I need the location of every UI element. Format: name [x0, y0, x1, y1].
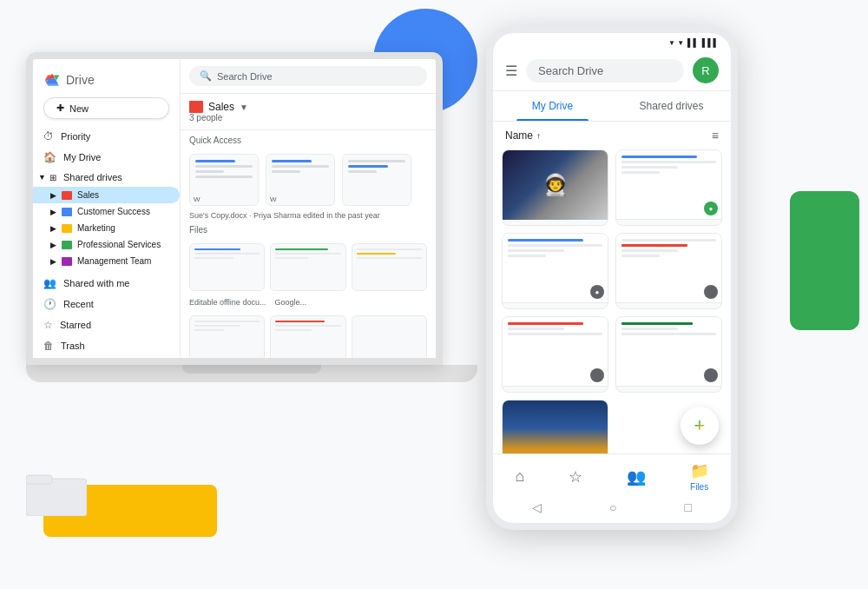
file-task-details[interactable]: ● W Task details ⋮ [502, 233, 608, 309]
nav-starred[interactable]: ☆ [569, 467, 582, 486]
new-button-label: New [69, 103, 89, 114]
trash-label: Trash [61, 341, 85, 351]
quick-file-1[interactable]: W [189, 154, 259, 206]
nav-shared[interactable]: 👥 [627, 467, 646, 486]
sidebar-item-priority[interactable]: ⏱ Priority [33, 126, 180, 147]
hamburger-icon[interactable]: ☰ [505, 63, 517, 79]
doc-line [194, 325, 240, 327]
thumb-line [195, 160, 235, 162]
sidebar-sub-professional[interactable]: ▶ Professional Services [33, 236, 180, 253]
file-info-worklist: X Work List_01 ⋮ [616, 387, 721, 393]
file-info-mydoc: P My Document ⋮ [503, 387, 608, 393]
user-avatar[interactable]: R [693, 57, 719, 83]
file-name-astronaut: astronaut.jpg [520, 225, 575, 226]
excel-icon: X [623, 392, 634, 393]
sidebar-item-trash[interactable]: 🗑 Trash [33, 335, 180, 356]
quick-file-1-name: W [194, 195, 201, 203]
laptop-hinge [182, 365, 321, 374]
task-avatar-icon: ● [595, 288, 600, 296]
files-nav-label: Files [690, 482, 708, 492]
file-card-1[interactable] [189, 243, 265, 291]
file-name-major: Major opportu... [638, 307, 703, 309]
bg-green-decoration [790, 191, 859, 330]
gesture-bar: ◁ ○ □ [493, 495, 731, 520]
phone-search-input[interactable]: Search Drive [526, 59, 684, 83]
quick-access-files: W W [181, 150, 436, 209]
file-name-gantt: Gantt chart [636, 225, 683, 226]
recent-label: Recent [63, 299, 94, 309]
file-my-document[interactable]: P My Document ⋮ [502, 316, 608, 393]
sidebar-item-backups[interactable]: ☁ Backups [33, 364, 180, 365]
search-drive-text: Search Drive [538, 64, 603, 77]
sidebar-item-my-drive[interactable]: 🏠 My Drive [33, 147, 180, 168]
file-work-list[interactable]: X Work List_01 ⋮ [615, 316, 722, 393]
file-more-mydoc[interactable]: ⋮ [589, 390, 601, 393]
file-more-worklist[interactable]: ⋮ [702, 390, 714, 393]
doc-line-green [621, 322, 693, 325]
my-drive-tab-label: My Drive [532, 100, 573, 112]
file-more-astronaut[interactable]: ⋮ [589, 223, 601, 226]
thumb-line [195, 165, 253, 168]
nav-home[interactable]: ⌂ [515, 467, 524, 486]
sidebar-item-shared[interactable]: 👥 Shared with me [33, 273, 180, 294]
bg-folder-decoration [26, 468, 87, 520]
quick-file-2-name: W [270, 195, 277, 203]
file-card-3[interactable] [352, 243, 427, 291]
file-card-4[interactable] [189, 315, 265, 358]
professional-folder-icon [62, 241, 72, 249]
priority-label: Priority [61, 131, 90, 142]
file-more-task[interactable]: ⋮ [589, 307, 601, 309]
quick-file-2[interactable]: W [266, 154, 335, 206]
sort-direction-icon: ↑ [536, 131, 541, 141]
file-card-6[interactable] [352, 315, 427, 358]
sidebar-sub-marketing[interactable]: ▶ Marketing [33, 220, 180, 236]
tab-shared-drives[interactable]: Shared drives [612, 91, 731, 121]
thumb-line [348, 170, 377, 173]
fab-add-button[interactable]: + [681, 407, 719, 445]
thumb-line [348, 160, 405, 162]
file-major-opportu[interactable]: A Major opportu... ⋮ [615, 233, 722, 309]
doc-line [621, 328, 678, 330]
file-more-gantt[interactable]: ⋮ [702, 223, 714, 226]
list-view-icon[interactable]: ≡ [712, 129, 719, 142]
starred-icon: ☆ [43, 319, 53, 331]
sidebar-item-starred[interactable]: ☆ Starred [33, 314, 180, 335]
laptop-search-input[interactable]: 🔍 Search Drive [189, 66, 427, 86]
phone-device: ▼ ▼ ▌▌ ▌▌▌ ☰ Search Drive R My Drive Sha… [486, 26, 738, 530]
quick-file-3[interactable] [342, 154, 411, 206]
tab-my-drive[interactable]: My Drive [493, 91, 612, 121]
sidebar-sub-management[interactable]: ▶ Management Team [33, 253, 180, 269]
new-button[interactable]: ✚ New [43, 97, 169, 119]
docs-icon: W [510, 308, 523, 309]
sort-by-name[interactable]: Name ↑ [505, 129, 541, 142]
shared-people-icon: 👥 [627, 467, 646, 486]
chevron-right-icon2: ▶ [50, 208, 56, 216]
file-info-task: W Task details ⋮ [503, 303, 608, 309]
chevron-right-icon5: ▶ [50, 257, 56, 266]
doc-line-red [621, 244, 687, 247]
file-card-2[interactable] [270, 243, 345, 291]
doc-line-red [508, 322, 583, 325]
sidebar-sub-customer-success[interactable]: ▶ Customer Success [33, 203, 180, 220]
file-info-astronaut: ▶ astronaut.jpg ⋮ [503, 220, 608, 226]
folder-icon-red [189, 101, 203, 113]
file-name-task: Task details [526, 308, 575, 309]
file-gantt[interactable]: ● + Gantt chart ⋮ [615, 149, 722, 226]
file-astronaut[interactable]: 👨‍🚀 ▶ astronaut.jpg ⋮ [502, 149, 608, 226]
trash-icon: 🗑 [43, 340, 54, 352]
doc-line [275, 329, 311, 331]
doc-line-green [275, 248, 327, 250]
thumb-line [195, 170, 224, 173]
file-card-5[interactable] [270, 315, 345, 358]
back-gesture: ◁ [532, 500, 542, 514]
thumb-line [272, 160, 312, 162]
search-placeholder: Search Drive [217, 71, 273, 82]
shared-drives-folder-icon: ⊞ [49, 173, 56, 182]
nav-files[interactable]: 📁 Files [690, 461, 709, 492]
doc-line [621, 171, 660, 174]
plus-icon: ✚ [56, 103, 64, 114]
sidebar-item-recent[interactable]: 🕐 Recent [33, 294, 180, 314]
slides-icon: P [510, 392, 520, 393]
sidebar-sub-sales[interactable]: ▶ Sales [33, 187, 180, 203]
shared-drives-toggle[interactable]: ▼ ⊞ Shared drives [33, 168, 180, 187]
